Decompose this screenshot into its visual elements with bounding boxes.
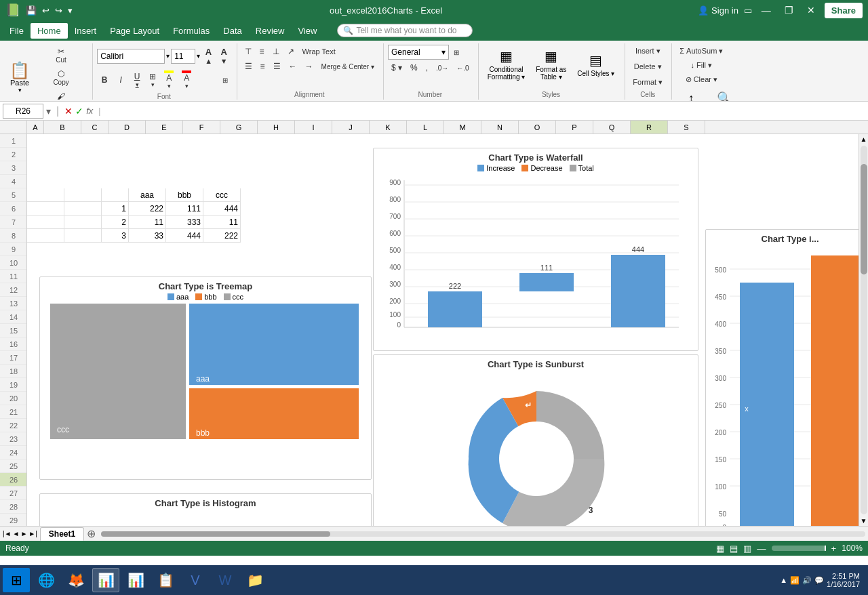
undo-button[interactable]: ↩: [41, 4, 51, 17]
paste-button[interactable]: 📋 Paste ▾: [5, 61, 34, 95]
clear-button[interactable]: ⊘ Clear ▾: [676, 73, 726, 86]
format-as-table-button[interactable]: ▦ Format asTable ▾: [531, 45, 571, 84]
taskbar-clock[interactable]: 2:51 PM 1/16/2017: [827, 572, 860, 588]
taskbar-firefox[interactable]: 🦊: [62, 568, 90, 592]
col-J[interactable]: J: [332, 121, 370, 134]
formula-input[interactable]: [106, 104, 865, 119]
decrease-font-button[interactable]: A▼: [217, 45, 231, 67]
bold-button[interactable]: B: [97, 73, 112, 87]
conditional-formatting-button[interactable]: ▦ ConditionalFormatting ▾: [483, 45, 530, 84]
histogram-chart[interactable]: Chart Type is Histogram: [39, 493, 372, 526]
scrollbar-h[interactable]: [98, 531, 868, 537]
col-A[interactable]: A: [27, 121, 44, 134]
border-button[interactable]: ⊞ ▾: [146, 70, 159, 90]
number-format-dropdown[interactable]: General ▾: [388, 45, 449, 60]
col-D[interactable]: D: [108, 121, 146, 134]
view-page-break-button[interactable]: ▥: [743, 543, 751, 554]
waterfall-chart[interactable]: Chart Type is Waterfall Increase Decreas…: [373, 148, 698, 351]
col-I[interactable]: I: [295, 121, 332, 134]
align-bottom-button[interactable]: ⊥: [269, 45, 283, 58]
increase-font-button[interactable]: A▲: [201, 45, 216, 67]
indent-decrease-button[interactable]: ←: [285, 60, 300, 73]
align-center-button[interactable]: ≡: [257, 60, 269, 73]
col-H[interactable]: H: [258, 121, 295, 134]
partial-right-chart[interactable]: Chart Type i... 500 450 400 350 300 250 …: [705, 229, 859, 526]
view-page-layout-button[interactable]: ▤: [730, 543, 738, 554]
number-expand-button[interactable]: ⊞: [450, 47, 462, 58]
menu-home[interactable]: Home: [31, 23, 68, 39]
name-box-arrow[interactable]: ▾: [46, 106, 51, 117]
increase-decimal-button[interactable]: .0→: [433, 62, 452, 74]
taskbar-ie[interactable]: 🌐: [33, 568, 60, 592]
cancel-formula-button[interactable]: ✕: [64, 106, 73, 117]
sheet-scroll-left2[interactable]: ◄: [13, 530, 20, 537]
col-F[interactable]: F: [183, 121, 220, 134]
menu-formulas[interactable]: Formulas: [166, 23, 216, 39]
copy-button[interactable]: ⬡ Copy: [35, 67, 87, 88]
insert-button[interactable]: Insert ▾: [629, 45, 666, 58]
share-button[interactable]: Share: [825, 3, 863, 18]
font-name-input[interactable]: [97, 49, 165, 64]
cell-C8[interactable]: 3: [102, 229, 129, 243]
col-R[interactable]: R: [631, 121, 668, 134]
cell-F7[interactable]: 11: [203, 216, 241, 229]
dollar-button[interactable]: $ ▾: [388, 61, 406, 75]
redo-button[interactable]: ↪: [54, 4, 64, 17]
wrap-text-button[interactable]: Wrap Text: [299, 45, 339, 58]
taskbar-word[interactable]: W: [212, 568, 239, 592]
decrease-decimal-button[interactable]: ←.0: [453, 62, 472, 74]
sheet-scroll-right2[interactable]: ►|: [28, 530, 37, 537]
new-sheet-button[interactable]: ⊕: [84, 527, 98, 540]
col-O[interactable]: O: [519, 121, 556, 134]
font-color-button[interactable]: A ▾: [178, 68, 195, 91]
start-button[interactable]: ⊞: [3, 568, 30, 592]
find-select-button[interactable]: 🔍 Find &Select ▾: [707, 87, 741, 102]
scroll-track-h[interactable]: [101, 531, 865, 537]
col-N[interactable]: N: [481, 121, 519, 134]
sheet-scroll-left1[interactable]: |◄: [3, 530, 12, 537]
cell-E7[interactable]: 333: [166, 216, 203, 229]
cell-C7[interactable]: 2: [102, 216, 129, 229]
ribbon-display-button[interactable]: ▭: [744, 5, 752, 16]
minimize-button[interactable]: —: [757, 3, 775, 17]
sunburst-chart[interactable]: Chart Type is Sunburst: [373, 354, 698, 526]
taskbar-powerpoint[interactable]: 📊: [122, 568, 149, 592]
underline-button[interactable]: U ▾: [130, 70, 144, 90]
col-S[interactable]: S: [668, 121, 705, 134]
col-P[interactable]: P: [556, 121, 593, 134]
scroll-down-button[interactable]: ▼: [859, 516, 868, 526]
cell-F8[interactable]: 222: [203, 229, 241, 243]
restore-button[interactable]: ❐: [781, 3, 797, 17]
cell-D8[interactable]: 33: [129, 229, 166, 243]
orientation-button[interactable]: ↗: [284, 45, 298, 58]
col-G[interactable]: G: [220, 121, 258, 134]
menu-insert[interactable]: Insert: [68, 23, 104, 39]
taskbar-folder[interactable]: 📁: [241, 568, 269, 592]
sheet-tab-sheet1[interactable]: Sheet1: [40, 527, 84, 541]
taskbar-excel[interactable]: 📊: [92, 568, 119, 592]
cell-F6[interactable]: 444: [203, 202, 241, 216]
italic-button[interactable]: I: [113, 73, 128, 87]
col-Q[interactable]: Q: [593, 121, 631, 134]
delete-button[interactable]: Delete ▾: [629, 60, 666, 73]
cell-styles-button[interactable]: ▤ Cell Styles ▾: [572, 45, 619, 83]
customize-button[interactable]: ▾: [66, 4, 74, 17]
col-C[interactable]: C: [81, 121, 108, 134]
taskbar-hide-icon[interactable]: ▲: [780, 576, 787, 584]
zoom-out-button[interactable]: —: [757, 543, 766, 554]
vertical-scrollbar[interactable]: ▲ ▼: [859, 134, 868, 526]
treemap-chart[interactable]: Chart Type is Treemap aaa bbb ccc: [39, 276, 372, 480]
cell-F5[interactable]: ccc: [203, 188, 241, 202]
col-K[interactable]: K: [370, 121, 407, 134]
save-button[interactable]: 💾: [24, 4, 38, 17]
align-left-button[interactable]: ☰: [241, 60, 256, 73]
font-expand-button[interactable]: ⊞: [219, 75, 231, 86]
percent-button[interactable]: %: [407, 61, 421, 75]
cell-C6[interactable]: 1: [102, 202, 129, 216]
sheet-scroll-right1[interactable]: ►: [20, 530, 27, 537]
menu-review[interactable]: Review: [249, 23, 292, 39]
tell-me-box[interactable]: 🔍 Tell me what you want to do: [337, 24, 473, 37]
font-size-input[interactable]: [171, 49, 195, 64]
format-button[interactable]: Format ▾: [629, 76, 666, 89]
view-normal-button[interactable]: ▦: [716, 543, 724, 554]
